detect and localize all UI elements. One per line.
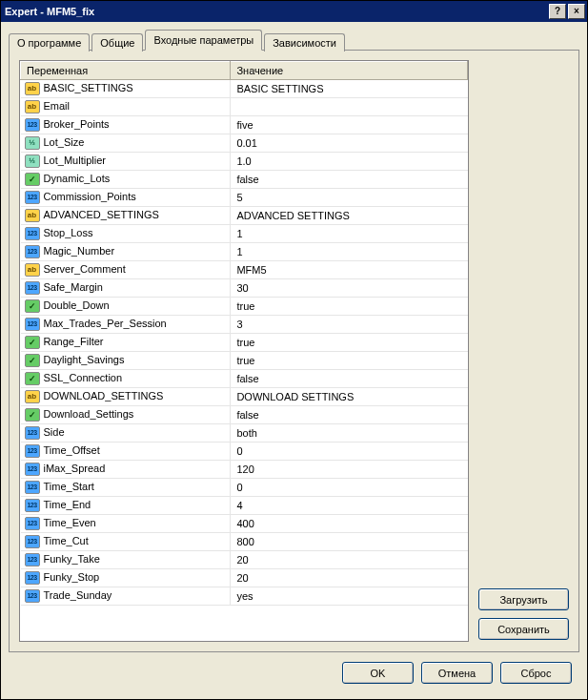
table-row[interactable]: ✓SSL_Connectionfalse	[21, 370, 468, 388]
tab-common[interactable]: Общие	[91, 33, 143, 51]
help-button[interactable]: ?	[549, 4, 566, 19]
table-row[interactable]: 123Safe_Margin30	[21, 279, 468, 298]
table-row[interactable]: ✓Daylight_Savingstrue	[21, 352, 468, 370]
table-row[interactable]: abEmail	[21, 98, 468, 116]
variable-cell[interactable]: ✓Download_Settings	[21, 406, 231, 424]
tab-inputs[interactable]: Входные параметры	[145, 30, 262, 51]
table-row[interactable]: 123Time_Start0	[21, 479, 468, 497]
value-cell[interactable]: ADVANCED SETTINGS	[231, 207, 468, 225]
value-cell[interactable]: false	[231, 171, 468, 189]
variable-cell[interactable]: 123Funky_Stop	[21, 569, 231, 587]
table-row[interactable]: 123Commission_Points5	[21, 189, 468, 207]
value-cell[interactable]: 3	[231, 316, 468, 334]
value-cell[interactable]: 4	[231, 497, 468, 515]
variable-cell[interactable]: abServer_Comment	[21, 261, 231, 279]
value-cell[interactable]: MFM5	[231, 261, 468, 279]
table-row[interactable]: 123Time_Offset0	[21, 443, 468, 461]
table-row[interactable]: ✓Double_Downtrue	[21, 298, 468, 316]
close-button[interactable]: ×	[568, 4, 585, 19]
value-cell[interactable]: DOWNLOAD SETTINGS	[231, 388, 468, 406]
value-cell[interactable]: 1	[231, 225, 468, 243]
table-row[interactable]: ✓Dynamic_Lotsfalse	[21, 171, 468, 189]
value-cell[interactable]: 5	[231, 189, 468, 207]
table-row[interactable]: abBASIC_SETTINGSBASIC SETTINGS	[21, 80, 468, 98]
variable-cell[interactable]: ½Lot_Size	[21, 134, 231, 153]
value-cell[interactable]	[231, 98, 468, 116]
tab-deps[interactable]: Зависимости	[264, 33, 345, 51]
variable-cell[interactable]: 123Time_End	[21, 497, 231, 515]
load-button[interactable]: Загрузить	[478, 588, 569, 610]
variable-cell[interactable]: 123Time_Start	[21, 479, 231, 497]
table-row[interactable]: ½Lot_Multiplier1.0	[21, 153, 468, 171]
variable-cell[interactable]: 123Trade_Sunday	[21, 587, 231, 606]
value-cell[interactable]: true	[231, 352, 468, 370]
variable-cell[interactable]: ✓SSL_Connection	[21, 370, 231, 388]
value-cell[interactable]: 20	[231, 569, 468, 587]
variable-cell[interactable]: ✓Range_Filter	[21, 334, 231, 352]
variable-cell[interactable]: 123Commission_Points	[21, 189, 231, 207]
table-row[interactable]: 123Broker_Pointsfive	[21, 116, 468, 134]
variable-cell[interactable]: 123Stop_Loss	[21, 225, 231, 243]
variable-cell[interactable]: 123Safe_Margin	[21, 279, 231, 298]
table-row[interactable]: abServer_CommentMFM5	[21, 261, 468, 279]
value-cell[interactable]: 0	[231, 479, 468, 497]
value-cell[interactable]: true	[231, 298, 468, 316]
reset-button[interactable]: Сброс	[500, 662, 572, 684]
variable-cell[interactable]: 123iMax_Spread	[21, 461, 231, 479]
table-row[interactable]: 123Funky_Stop20	[21, 569, 468, 587]
variable-cell[interactable]: 123Time_Even	[21, 515, 231, 533]
value-cell[interactable]: both	[231, 424, 468, 443]
value-cell[interactable]: 800	[231, 533, 468, 551]
variable-cell[interactable]: 123Broker_Points	[21, 116, 231, 134]
value-cell[interactable]: yes	[231, 587, 468, 606]
parameters-grid[interactable]: Переменная Значение abBASIC_SETTINGSBASI…	[19, 60, 469, 642]
variable-cell[interactable]: abBASIC_SETTINGS	[21, 80, 231, 98]
value-cell[interactable]: 1	[231, 243, 468, 261]
value-cell[interactable]: 0	[231, 443, 468, 461]
value-cell[interactable]: 1.0	[231, 153, 468, 171]
tab-about[interactable]: О программе	[9, 33, 90, 51]
value-cell[interactable]: false	[231, 406, 468, 424]
titlebar[interactable]: Expert - MFM5_fix ? ×	[1, 1, 587, 22]
value-cell[interactable]: BASIC SETTINGS	[231, 80, 468, 98]
value-cell[interactable]: false	[231, 370, 468, 388]
variable-cell[interactable]: ½Lot_Multiplier	[21, 153, 231, 171]
table-row[interactable]: 123Trade_Sundayyes	[21, 587, 468, 606]
table-row[interactable]: 123Time_Cut800	[21, 533, 468, 551]
variable-cell[interactable]: ✓Daylight_Savings	[21, 352, 231, 370]
table-row[interactable]: 123Time_End4	[21, 497, 468, 515]
value-cell[interactable]: 400	[231, 515, 468, 533]
table-row[interactable]: 123iMax_Spread120	[21, 461, 468, 479]
variable-cell[interactable]: ✓Dynamic_Lots	[21, 171, 231, 189]
table-row[interactable]: 123Time_Even400	[21, 515, 468, 533]
variable-cell[interactable]: 123Magic_Number	[21, 243, 231, 261]
value-cell[interactable]: 20	[231, 551, 468, 569]
table-row[interactable]: ✓Range_Filtertrue	[21, 334, 468, 352]
table-row[interactable]: 123Max_Trades_Per_Session3	[21, 316, 468, 334]
ok-button[interactable]: OK	[342, 662, 414, 684]
variable-cell[interactable]: abADVANCED_SETTINGS	[21, 207, 231, 225]
variable-cell[interactable]: 123Time_Cut	[21, 533, 231, 551]
save-button[interactable]: Сохранить	[478, 618, 569, 640]
variable-cell[interactable]: abDOWNLOAD_SETTINGS	[21, 388, 231, 406]
value-cell[interactable]: 30	[231, 279, 468, 298]
table-row[interactable]: abDOWNLOAD_SETTINGSDOWNLOAD SETTINGS	[21, 388, 468, 406]
value-cell[interactable]: true	[231, 334, 468, 352]
table-row[interactable]: 123Funky_Take20	[21, 551, 468, 569]
table-row[interactable]: ✓Download_Settingsfalse	[21, 406, 468, 424]
variable-cell[interactable]: ✓Double_Down	[21, 298, 231, 316]
value-cell[interactable]: 120	[231, 461, 468, 479]
table-row[interactable]: 123Magic_Number1	[21, 243, 468, 261]
variable-cell[interactable]: abEmail	[21, 98, 231, 116]
cancel-button[interactable]: Отмена	[421, 662, 493, 684]
value-cell[interactable]: 0.01	[231, 134, 468, 153]
variable-cell[interactable]: 123Time_Offset	[21, 443, 231, 461]
variable-cell[interactable]: 123Funky_Take	[21, 551, 231, 569]
col-header-variable[interactable]: Переменная	[21, 62, 231, 80]
table-row[interactable]: ½Lot_Size0.01	[21, 134, 468, 153]
col-header-value[interactable]: Значение	[231, 62, 468, 80]
table-row[interactable]: abADVANCED_SETTINGSADVANCED SETTINGS	[21, 207, 468, 225]
table-row[interactable]: 123Sideboth	[21, 424, 468, 443]
variable-cell[interactable]: 123Max_Trades_Per_Session	[21, 316, 231, 334]
variable-cell[interactable]: 123Side	[21, 424, 231, 443]
